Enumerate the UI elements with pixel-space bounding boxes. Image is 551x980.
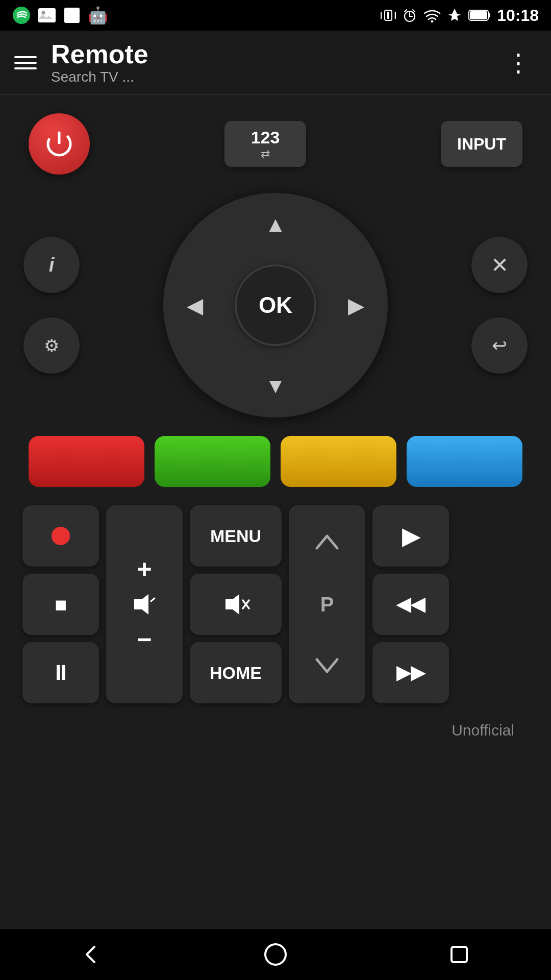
- home-button[interactable]: HOME: [190, 642, 282, 703]
- volume-icon: [129, 589, 160, 620]
- dpad-left-button[interactable]: ◀: [169, 275, 220, 336]
- unofficial-label: Unofficial: [18, 722, 533, 748]
- ok-button[interactable]: OK: [235, 264, 316, 346]
- hamburger-line-3: [14, 67, 37, 69]
- settings-button[interactable]: ⚙: [23, 317, 80, 374]
- channel-p-label: P: [320, 593, 334, 616]
- fastforward-button[interactable]: ▶▶: [372, 642, 449, 703]
- dpad: ▲ ▼ ◀ ▶ OK: [163, 193, 388, 418]
- battery-icon: [468, 9, 491, 22]
- svg-point-24: [265, 944, 286, 965]
- channel-up-icon: [314, 533, 340, 551]
- channel-up-button[interactable]: [314, 533, 340, 553]
- image-icon: [38, 6, 56, 24]
- svg-rect-16: [470, 11, 487, 19]
- arrow-right-icon: ▶: [348, 293, 364, 318]
- svg-line-20: [151, 598, 155, 601]
- dpad-right-button[interactable]: ▶: [331, 275, 382, 336]
- home-nav-icon: [263, 942, 288, 967]
- record-button[interactable]: [22, 505, 99, 567]
- arrow-up-icon: ▲: [265, 212, 286, 237]
- svg-marker-19: [134, 594, 148, 615]
- svg-rect-25: [452, 947, 467, 962]
- stop-icon: ■: [55, 593, 67, 616]
- stop-button[interactable]: ■: [22, 574, 99, 635]
- status-bar: 🤖 10:18: [0, 0, 551, 31]
- hamburger-line-2: [14, 62, 37, 64]
- fastforward-icon: ▶▶: [396, 662, 425, 683]
- play-icon: ▶: [402, 523, 419, 549]
- svg-point-13: [431, 20, 434, 23]
- close-button[interactable]: ✕: [471, 237, 528, 293]
- info-button[interactable]: i: [23, 237, 80, 293]
- nav-back-button[interactable]: [61, 939, 122, 970]
- menu-button[interactable]: MENU: [190, 505, 282, 567]
- settings-icon: ⚙: [44, 335, 59, 356]
- vibrate-icon: [381, 8, 396, 23]
- rewind-button[interactable]: ◀◀: [372, 574, 449, 635]
- search-tv-label[interactable]: Search TV ...: [51, 69, 500, 85]
- channel-control[interactable]: P: [289, 505, 365, 703]
- pause-icon: ⏸: [51, 662, 71, 684]
- row-top: 123 ⇄ INPUT: [18, 113, 533, 175]
- dpad-down-button[interactable]: ▼: [245, 360, 306, 411]
- volume-control[interactable]: + −: [106, 505, 183, 703]
- volume-minus-icon: −: [137, 625, 152, 654]
- status-bar-right: 10:18: [381, 6, 539, 25]
- header: Remote Search TV ... ⋮: [0, 31, 551, 95]
- return-icon: ↩: [492, 335, 507, 356]
- numpad-arrows: ⇄: [261, 148, 270, 161]
- dpad-left-buttons: i ⚙: [23, 237, 80, 374]
- volume-plus-icon: +: [137, 554, 152, 584]
- airplane-icon: [447, 8, 462, 23]
- spotify-icon: [12, 6, 31, 24]
- green-button[interactable]: [155, 436, 270, 487]
- colored-buttons-row: [18, 436, 533, 487]
- hamburger-menu[interactable]: [14, 56, 37, 69]
- svg-marker-21: [226, 594, 239, 615]
- pause-button[interactable]: ⏸: [22, 642, 99, 703]
- svg-point-0: [13, 7, 30, 24]
- square-icon: [63, 7, 81, 24]
- red-button[interactable]: [29, 436, 144, 487]
- info-icon: i: [49, 254, 55, 276]
- bottom-nav: [0, 929, 551, 980]
- alarm-icon: [402, 8, 417, 23]
- yellow-button[interactable]: [281, 436, 396, 487]
- input-button[interactable]: INPUT: [441, 121, 522, 167]
- svg-point-2: [42, 11, 45, 15]
- numpad-label: 123: [251, 128, 280, 148]
- numpad-button[interactable]: 123 ⇄: [224, 121, 306, 167]
- hamburger-line-1: [14, 56, 37, 58]
- close-icon: ✕: [491, 253, 509, 278]
- status-time: 10:18: [497, 6, 539, 25]
- nav-home-button[interactable]: [245, 939, 306, 970]
- return-button[interactable]: ↩: [471, 317, 528, 374]
- channel-down-icon: [314, 656, 340, 675]
- play-button[interactable]: ▶: [372, 505, 449, 567]
- record-icon: [52, 527, 70, 545]
- svg-rect-3: [64, 8, 80, 23]
- more-options-button[interactable]: ⋮: [500, 48, 537, 77]
- rewind-icon: ◀◀: [396, 594, 425, 615]
- dpad-section: i ⚙ ▲ ▼ ◀ ▶ OK ✕: [18, 193, 533, 418]
- svg-rect-15: [488, 13, 490, 17]
- dpad-right-buttons: ✕ ↩: [471, 237, 528, 374]
- app-title: Remote: [51, 40, 500, 69]
- nav-recents-button[interactable]: [429, 939, 490, 970]
- blue-button[interactable]: [407, 436, 522, 487]
- android-icon: 🤖: [88, 6, 108, 25]
- recents-icon: [446, 942, 472, 967]
- mute-button[interactable]: [190, 574, 282, 635]
- power-button[interactable]: [29, 113, 90, 175]
- svg-rect-5: [387, 12, 389, 19]
- arrow-left-icon: ◀: [187, 293, 203, 318]
- dpad-up-button[interactable]: ▲: [245, 199, 306, 250]
- remote-body: 123 ⇄ INPUT i ⚙ ▲ ▼ ◀: [0, 95, 551, 929]
- back-icon: [79, 942, 105, 967]
- status-bar-left: 🤖: [12, 6, 108, 25]
- channel-down-button[interactable]: [314, 656, 340, 676]
- svg-rect-1: [38, 8, 56, 22]
- arrow-down-icon: ▼: [265, 374, 286, 398]
- power-icon: [44, 129, 74, 159]
